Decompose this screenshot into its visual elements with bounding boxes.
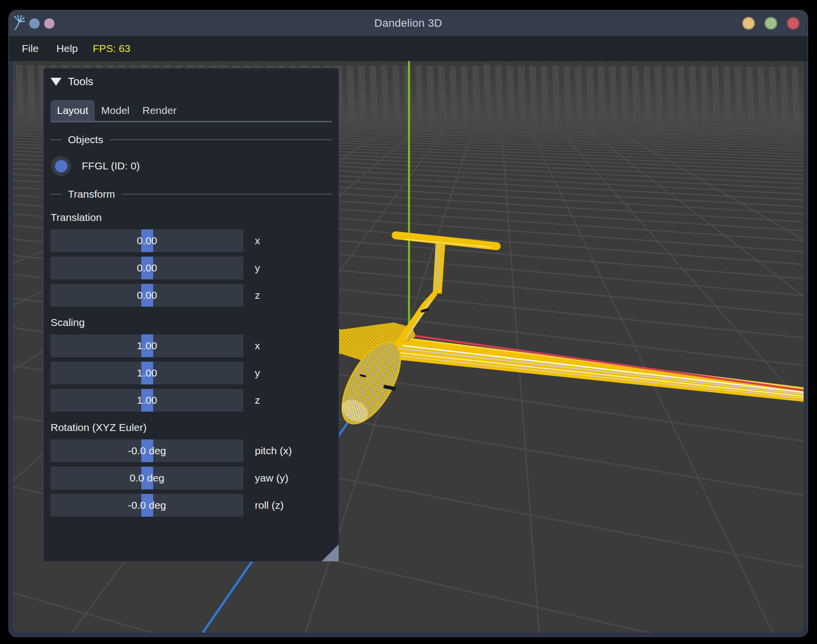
dandelion-icon bbox=[14, 15, 25, 31]
stabilizer bbox=[396, 235, 497, 246]
slider-row: 0.00 z bbox=[51, 284, 332, 307]
slider-row: 1.00 z bbox=[51, 389, 332, 412]
rotation-pitch-slider[interactable]: -0.0 deg bbox=[51, 439, 243, 462]
object-radio[interactable] bbox=[51, 156, 71, 176]
objects-separator: Objects bbox=[51, 133, 332, 146]
window-title: Dandelion 3D bbox=[9, 17, 808, 30]
menu-help[interactable]: Help bbox=[57, 43, 78, 54]
transform-section-title: Transform bbox=[68, 188, 115, 200]
panel-resize-grip[interactable] bbox=[322, 544, 339, 561]
slider-row: 0.0 deg yaw (y) bbox=[51, 467, 332, 489]
titlebar[interactable]: Dandelion 3D bbox=[9, 10, 808, 36]
maximize-button[interactable] bbox=[764, 17, 777, 30]
rotation-roll-slider[interactable]: -0.0 deg bbox=[51, 494, 243, 517]
menubar: File Help FPS: 63 bbox=[9, 36, 808, 61]
rotation-label: Rotation (XYZ Euler) bbox=[51, 421, 332, 434]
tab-model[interactable]: Model bbox=[95, 100, 136, 121]
workspace-dot-blue[interactable] bbox=[29, 18, 40, 29]
close-button[interactable] bbox=[787, 17, 800, 30]
fps-counter: FPS: 63 bbox=[93, 43, 130, 54]
translation-label: Translation bbox=[51, 211, 332, 224]
slider-row: 1.00 x bbox=[51, 334, 332, 357]
viewport-3d[interactable]: Tools Layout Model Render Objects FFGL (… bbox=[13, 61, 804, 633]
object-item-ffgl[interactable]: FFGL (ID: 0) bbox=[51, 155, 332, 177]
slider-row: -0.0 deg pitch (x) bbox=[51, 439, 332, 462]
menu-file[interactable]: File bbox=[22, 43, 39, 54]
collapse-triangle-icon[interactable] bbox=[51, 78, 61, 86]
workspace-dot-pink[interactable] bbox=[44, 18, 55, 29]
slider-row: 0.00 x bbox=[51, 229, 332, 252]
slider-row: -0.0 deg roll (z) bbox=[51, 494, 332, 517]
scaling-label: Scaling bbox=[51, 316, 332, 329]
scaling-z-slider[interactable]: 1.00 bbox=[51, 389, 243, 412]
panel-title: Tools bbox=[68, 75, 93, 88]
slider-row: 1.00 y bbox=[51, 362, 332, 384]
objects-section-title: Objects bbox=[68, 134, 103, 146]
tools-panel: Tools Layout Model Render Objects FFGL (… bbox=[43, 68, 339, 562]
app-window: Dandelion 3D File Help FPS: 63 bbox=[8, 10, 808, 637]
scaling-y-slider[interactable]: 1.00 bbox=[51, 362, 243, 384]
object-label: FFGL (ID: 0) bbox=[82, 160, 140, 172]
scaling-x-slider[interactable]: 1.00 bbox=[51, 334, 243, 357]
tab-render[interactable]: Render bbox=[136, 100, 183, 121]
translation-z-slider[interactable]: 0.00 bbox=[51, 284, 243, 307]
transform-separator: Transform bbox=[51, 188, 332, 201]
glider-model bbox=[331, 235, 804, 433]
tab-bar: Layout Model Render bbox=[51, 100, 332, 122]
wing bbox=[339, 330, 804, 403]
rotation-yaw-slider[interactable]: 0.0 deg bbox=[51, 467, 243, 489]
translation-x-slider[interactable]: 0.00 bbox=[51, 229, 243, 252]
translation-y-slider[interactable]: 0.00 bbox=[51, 257, 243, 279]
minimize-button[interactable] bbox=[742, 17, 755, 30]
slider-row: 0.00 y bbox=[51, 257, 332, 279]
tab-layout[interactable]: Layout bbox=[51, 100, 95, 121]
